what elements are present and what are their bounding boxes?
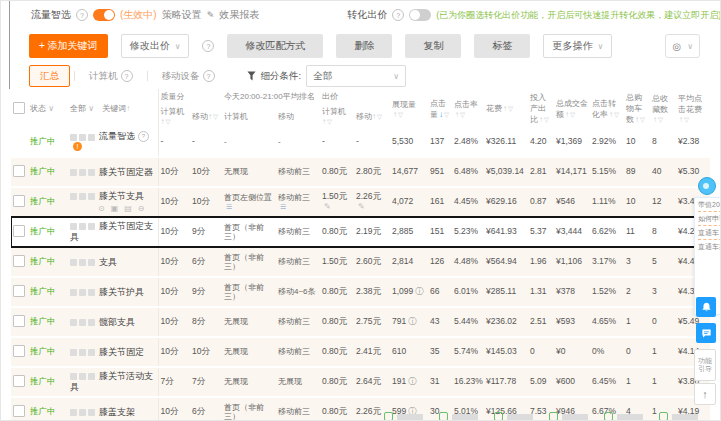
filter-icon[interactable]: ▽ xyxy=(658,116,663,123)
metric-header-2[interactable]: 点击量↓▽ xyxy=(428,89,452,128)
back-to-top-button[interactable]: ↑ xyxy=(694,383,716,405)
filter-icon[interactable]: ▽ xyxy=(544,116,549,123)
assistant-mascot-icon[interactable] xyxy=(698,177,716,195)
metric-header-7[interactable]: 点击转化率↑▽ xyxy=(590,89,624,128)
filter-icon[interactable]: ▽ xyxy=(444,111,449,118)
sort-icon[interactable]: ↑ xyxy=(503,104,507,113)
info-icon[interactable]: ⓘ xyxy=(408,317,416,326)
filter-icon[interactable]: ▽ xyxy=(508,105,513,112)
sort-icon[interactable]: ↑ xyxy=(609,110,613,119)
row-checkbox[interactable] xyxy=(13,405,25,417)
modify-match-button[interactable]: 修改匹配方式 xyxy=(227,34,323,58)
keyword-name[interactable]: 膝盖支架 xyxy=(99,407,135,417)
sort-icon[interactable]: ↑ xyxy=(393,110,397,119)
delete-button[interactable]: 删除 xyxy=(336,34,392,58)
feature-guide-button[interactable]: 功能引导 xyxy=(694,349,716,381)
filter-icon[interactable]: ▽ xyxy=(398,111,403,118)
row-checkbox[interactable] xyxy=(13,375,25,387)
metric-header-10[interactable]: 平均点击花费↑▽ xyxy=(676,89,710,128)
filter-icon[interactable]: ▽ xyxy=(377,113,382,120)
segment-select[interactable]: 全部 ∨ xyxy=(306,65,406,87)
sub-header-2[interactable]: 移动↑▽ xyxy=(190,104,222,128)
sort-icon[interactable]: ↑ xyxy=(161,117,165,126)
metric-header-9[interactable]: 总收藏数↑▽ xyxy=(650,89,676,128)
sort-icon[interactable]: ↓ xyxy=(439,110,443,119)
tab-pc[interactable]: 计算机? xyxy=(79,66,143,86)
keyword-name[interactable]: 膝关节支具 xyxy=(99,191,144,201)
smart-traffic-toggle[interactable] xyxy=(93,9,115,21)
metric-header-1[interactable]: 展现量↑▽ xyxy=(390,89,428,128)
collapse-icon[interactable]: ∨ xyxy=(687,42,693,51)
filter-icon[interactable]: ▽ xyxy=(213,113,218,120)
filter-icon[interactable]: ▽ xyxy=(460,111,465,118)
tag-button[interactable]: 标签 xyxy=(474,34,530,58)
help-icon[interactable]: ? xyxy=(392,9,404,21)
keyword-name[interactable]: 流量智选 xyxy=(99,131,135,141)
question-icon[interactable]: ? xyxy=(138,131,149,142)
clock-icon[interactable]: ⊙ xyxy=(98,204,105,213)
sort-icon[interactable]: ↑ xyxy=(126,104,130,113)
help-icon[interactable]: ? xyxy=(76,9,88,21)
sub-header-5[interactable]: 计算机↑▽ xyxy=(320,104,354,128)
conversion-bid-toggle[interactable] xyxy=(409,9,431,21)
edit-bid-icon[interactable]: ✎ xyxy=(324,202,331,211)
sub-header-1[interactable]: 计算机↑▽ xyxy=(158,104,190,128)
sub-header-6[interactable]: 移动↑▽ xyxy=(354,104,390,128)
sort-icon[interactable]: ↑ xyxy=(635,115,639,124)
status-filter-header[interactable]: 状态 ∨ xyxy=(28,89,68,128)
chat-button[interactable] xyxy=(696,323,716,343)
row-checkbox[interactable] xyxy=(13,165,25,177)
tab-summary[interactable]: 汇总 xyxy=(29,65,70,87)
filter-icon[interactable]: ▽ xyxy=(327,118,332,125)
keyword-name[interactable]: 髋部支具 xyxy=(99,317,135,327)
report-icon[interactable]: ▤ xyxy=(124,204,132,213)
keyword-name[interactable]: 膝关节固定器 xyxy=(99,167,153,177)
more-actions-dropdown[interactable]: 更多操作 ∨ xyxy=(543,34,612,58)
metric-header-4[interactable]: 花费↑▽ xyxy=(484,89,528,128)
filter-icon[interactable]: ▽ xyxy=(570,111,575,118)
sort-icon[interactable]: ↑ xyxy=(565,110,569,119)
select-all-checkbox[interactable] xyxy=(13,102,25,114)
help-icon[interactable]: ? xyxy=(202,40,214,52)
metric-header-3[interactable]: 点击率↑▽ xyxy=(452,89,484,128)
edit-icon[interactable]: ✎ xyxy=(207,10,215,20)
modify-bid-dropdown[interactable]: 修改出价 ∨ xyxy=(121,34,190,58)
keyword-name[interactable]: 膝关节护具 xyxy=(99,287,144,297)
metric-header-8[interactable]: 总购物车数↑▽ xyxy=(624,89,650,128)
sort-icon[interactable]: ↑ xyxy=(322,117,326,126)
keyword-name[interactable]: 支具 xyxy=(99,257,117,267)
sort-icon[interactable]: ↑ xyxy=(455,110,459,119)
filter-icon[interactable]: ▽ xyxy=(166,118,171,125)
metric-header-5[interactable]: 投入产出比↑▽ xyxy=(528,89,554,128)
metric-header-6[interactable]: 总成交金额↑▽ xyxy=(554,89,590,128)
info-icon[interactable]: ⓘ xyxy=(415,287,423,296)
help-topic-link[interactable]: 如何申请图片功… xyxy=(698,214,720,223)
row-checkbox[interactable] xyxy=(13,225,25,237)
sort-icon[interactable]: ↑ xyxy=(208,112,212,121)
sort-icon[interactable]: ↑ xyxy=(653,115,657,124)
row-checkbox[interactable] xyxy=(13,195,25,207)
help-topic-link[interactable]: 直通车推广计划? xyxy=(698,242,720,251)
image-icon[interactable]: ▣ xyxy=(111,204,119,213)
row-checkbox[interactable] xyxy=(13,345,25,357)
help-topic-link[interactable]: 直通车… xyxy=(698,228,720,237)
filter-icon[interactable]: ▽ xyxy=(640,116,645,123)
info-icon[interactable]: ⓘ xyxy=(408,377,416,386)
keyword-name[interactable]: 膝关节固定 xyxy=(99,347,144,357)
rank-list-icon[interactable]: ☰ xyxy=(226,203,232,210)
sort-icon[interactable]: ↑ xyxy=(539,115,543,124)
help-topic-link[interactable]: 带值20- xyxy=(698,200,720,209)
row-checkbox[interactable] xyxy=(13,315,25,327)
row-checkbox[interactable] xyxy=(13,285,25,297)
notifications-button[interactable] xyxy=(696,297,716,317)
strategy-settings-link[interactable]: 策略设置 xyxy=(162,8,202,22)
edit-bid-icon[interactable]: ✎ xyxy=(358,202,365,211)
tab-mobile[interactable]: 移动设备? xyxy=(152,66,225,86)
keyword-header[interactable]: 全部 ∨ 关键词↑ xyxy=(68,89,158,128)
minus-circle-icon[interactable]: ⊖ xyxy=(138,204,145,213)
sort-icon[interactable]: ↑ xyxy=(679,115,683,124)
alert-icon[interactable]: ! xyxy=(73,142,82,151)
rank-list-icon[interactable]: ☰ xyxy=(280,203,286,210)
add-keyword-button[interactable]: + 添加关键词 xyxy=(29,34,108,58)
row-checkbox[interactable] xyxy=(13,255,25,267)
